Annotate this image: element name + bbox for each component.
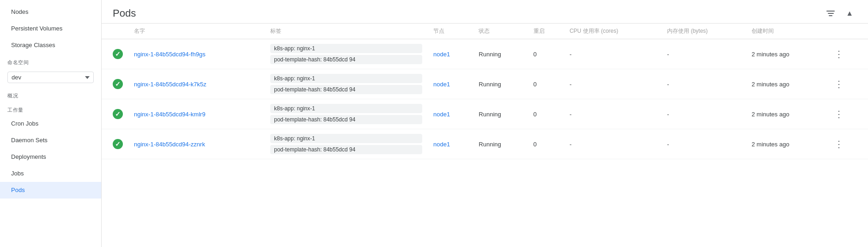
pod-cpu-cell: - <box>564 99 662 129</box>
pod-status-text-cell: Running <box>473 129 528 159</box>
pod-tags-cell: k8s-app: nginx-1pod-template-hash: 84b55… <box>265 69 428 99</box>
more-menu-button[interactable]: ⋮ <box>832 107 846 121</box>
filter-button[interactable] <box>823 9 838 18</box>
col-memory: 内存使用 (bytes) <box>662 24 746 39</box>
pod-name-link[interactable]: nginx-1-84b55dcd94-kmlr9 <box>134 111 206 118</box>
pod-restarts-cell: 0 <box>528 99 564 129</box>
pod-name-cell: nginx-1-84b55dcd94-fh9gs <box>128 39 265 69</box>
pod-status-text-cell: Running <box>473 69 528 99</box>
tag-chip: pod-template-hash: 84b55dcd 94 <box>270 85 422 94</box>
pod-status-cell: ✓ <box>102 129 128 159</box>
col-tags: 标签 <box>265 24 428 39</box>
tag-chip: pod-template-hash: 84b55dcd 94 <box>270 145 422 154</box>
pod-tags-cell: k8s-app: nginx-1pod-template-hash: 84b55… <box>265 39 428 69</box>
pod-memory-cell: - <box>662 39 746 69</box>
pod-restarts-cell: 0 <box>528 69 564 99</box>
header-actions: ▲ <box>823 7 857 19</box>
pod-restarts-cell: 0 <box>528 129 564 159</box>
more-menu-button[interactable]: ⋮ <box>832 77 846 91</box>
node-link[interactable]: node1 <box>433 141 450 148</box>
namespace-dropdown[interactable]: dev <box>7 72 94 83</box>
pods-table-container: 名字 标签 节点 状态 重启 CPU 使用率 (cores) 内存使用 (byt… <box>102 24 868 247</box>
pod-status-cell: ✓ <box>102 99 128 129</box>
col-cpu: CPU 使用率 (cores) <box>564 24 662 39</box>
pod-actions-cell: ⋮ <box>826 99 868 129</box>
filter-icon <box>826 11 835 16</box>
overview-section-label: 概况 <box>0 87 101 101</box>
pod-status-cell: ✓ <box>102 69 128 99</box>
collapse-button[interactable]: ▲ <box>842 7 857 19</box>
pod-actions-cell: ⋮ <box>826 129 868 159</box>
more-menu-button[interactable]: ⋮ <box>832 137 846 151</box>
node-link[interactable]: node1 <box>433 111 450 118</box>
table-row: ✓nginx-1-84b55dcd94-zznrkk8s-app: nginx-… <box>102 129 868 159</box>
pod-tags-cell: k8s-app: nginx-1pod-template-hash: 84b55… <box>265 99 428 129</box>
pod-memory-cell: - <box>662 99 746 129</box>
table-row: ✓nginx-1-84b55dcd94-fh9gsk8s-app: nginx-… <box>102 39 868 69</box>
tag-chip: pod-template-hash: 84b55dcd 94 <box>270 55 422 64</box>
pod-name-link[interactable]: nginx-1-84b55dcd94-k7k5z <box>134 81 206 88</box>
sidebar-item-cron-jobs[interactable]: Cron Jobs <box>0 115 101 132</box>
status-ok-icon: ✓ <box>113 49 123 59</box>
node-link[interactable]: node1 <box>433 51 450 58</box>
more-menu-button[interactable]: ⋮ <box>832 47 846 61</box>
pod-status-cell: ✓ <box>102 39 128 69</box>
workload-section-label: 工作量 <box>0 101 101 115</box>
pod-name-cell: nginx-1-84b55dcd94-zznrk <box>128 129 265 159</box>
col-status: 状态 <box>473 24 528 39</box>
pod-actions-cell: ⋮ <box>826 69 868 99</box>
page-title: Pods <box>113 7 136 19</box>
status-ok-icon: ✓ <box>113 79 123 89</box>
tag-chip: k8s-app: nginx-1 <box>270 104 422 113</box>
pod-status-text-cell: Running <box>473 39 528 69</box>
main-content: Pods ▲ 名字 标签 节点 状态 重启 CPU <box>102 0 868 247</box>
sidebar-item-deployments[interactable]: Deployments <box>0 149 101 165</box>
col-name: 名字 <box>128 24 265 39</box>
table-row: ✓nginx-1-84b55dcd94-k7k5zk8s-app: nginx-… <box>102 69 868 99</box>
pod-created-cell: 2 minutes ago <box>746 129 826 159</box>
node-link[interactable]: node1 <box>433 81 450 88</box>
pod-memory-cell: - <box>662 129 746 159</box>
pod-restarts-cell: 0 <box>528 39 564 69</box>
tag-chip: k8s-app: nginx-1 <box>270 74 422 83</box>
pod-memory-cell: - <box>662 69 746 99</box>
main-header: Pods ▲ <box>102 0 868 24</box>
sidebar-item-pods[interactable]: Pods <box>0 182 101 199</box>
namespace-selector[interactable]: dev <box>0 68 101 87</box>
pod-status-text-cell: Running <box>473 99 528 129</box>
col-actions <box>826 24 868 39</box>
pod-name-link[interactable]: nginx-1-84b55dcd94-zznrk <box>134 141 205 148</box>
tag-chip: k8s-app: nginx-1 <box>270 134 422 143</box>
sidebar-item-storage-classes[interactable]: Storage Classes <box>0 37 101 54</box>
table-row: ✓nginx-1-84b55dcd94-kmlr9k8s-app: nginx-… <box>102 99 868 129</box>
pod-cpu-cell: - <box>564 129 662 159</box>
pod-name-cell: nginx-1-84b55dcd94-kmlr9 <box>128 99 265 129</box>
pod-node-cell: node1 <box>428 69 473 99</box>
pod-created-cell: 2 minutes ago <box>746 69 826 99</box>
pod-name-link[interactable]: nginx-1-84b55dcd94-fh9gs <box>134 51 206 58</box>
chevron-up-icon: ▲ <box>846 9 853 18</box>
sidebar-item-daemon-sets[interactable]: Daemon Sets <box>0 132 101 149</box>
tag-chip: pod-template-hash: 84b55dcd 94 <box>270 115 422 124</box>
pod-created-cell: 2 minutes ago <box>746 99 826 129</box>
pod-actions-cell: ⋮ <box>826 39 868 69</box>
tag-chip: k8s-app: nginx-1 <box>270 44 422 53</box>
pod-cpu-cell: - <box>564 39 662 69</box>
status-ok-icon: ✓ <box>113 139 123 149</box>
col-restarts: 重启 <box>528 24 564 39</box>
pod-created-cell: 2 minutes ago <box>746 39 826 69</box>
col-status-icon <box>102 24 128 39</box>
pod-name-cell: nginx-1-84b55dcd94-k7k5z <box>128 69 265 99</box>
status-ok-icon: ✓ <box>113 109 123 119</box>
pod-node-cell: node1 <box>428 99 473 129</box>
sidebar-item-jobs[interactable]: Jobs <box>0 165 101 182</box>
pod-tags-cell: k8s-app: nginx-1pod-template-hash: 84b55… <box>265 129 428 159</box>
pod-cpu-cell: - <box>564 69 662 99</box>
namespace-section-label: 命名空间 <box>0 54 101 68</box>
pod-node-cell: node1 <box>428 129 473 159</box>
sidebar-item-persistent-volumes[interactable]: Persistent Volumes <box>0 20 101 37</box>
table-header-row: 名字 标签 节点 状态 重启 CPU 使用率 (cores) 内存使用 (byt… <box>102 24 868 39</box>
pods-table: 名字 标签 节点 状态 重启 CPU 使用率 (cores) 内存使用 (byt… <box>102 24 868 159</box>
col-node: 节点 <box>428 24 473 39</box>
sidebar-item-nodes[interactable]: Nodes <box>0 4 101 20</box>
